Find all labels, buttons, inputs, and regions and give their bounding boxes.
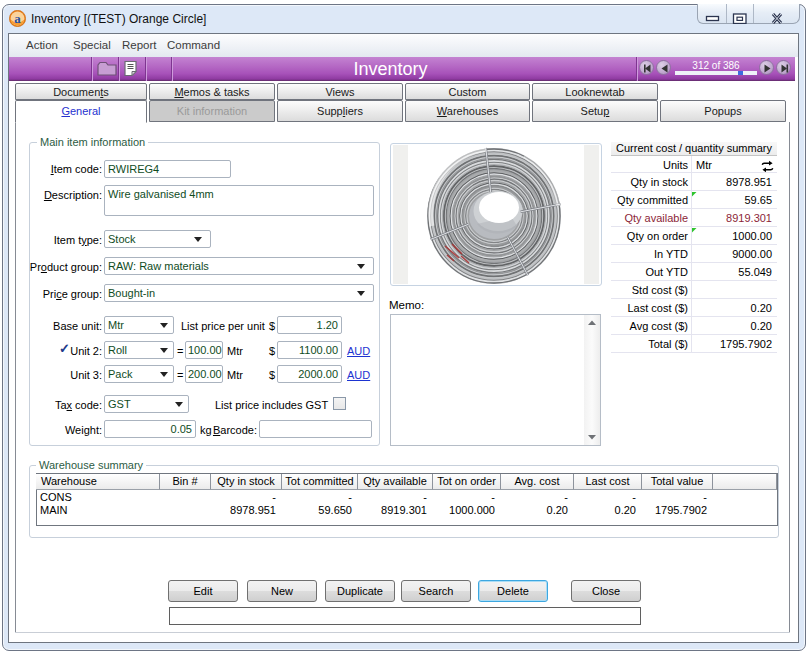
svg-text:a: a (14, 11, 21, 26)
